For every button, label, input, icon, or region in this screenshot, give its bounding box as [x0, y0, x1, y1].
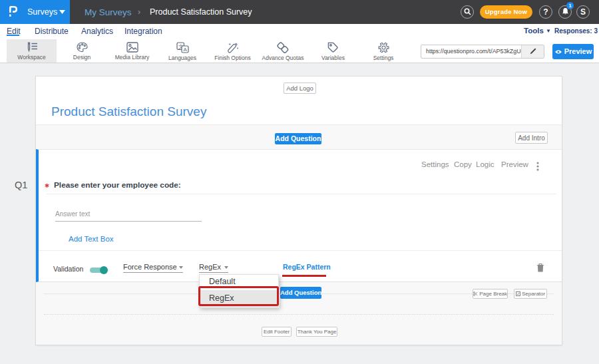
svg-text:A: A — [183, 47, 187, 53]
